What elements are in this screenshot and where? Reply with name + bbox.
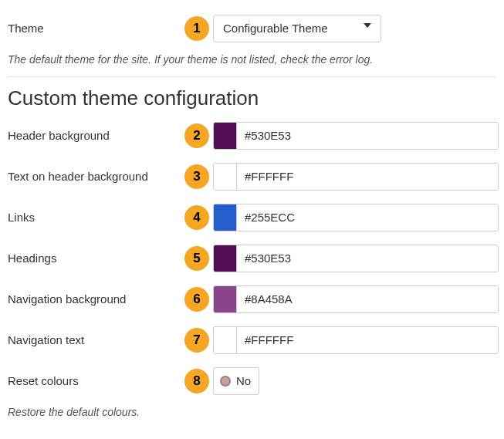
color-swatch[interactable] xyxy=(214,204,237,231)
theme-label: Theme xyxy=(8,22,181,35)
color-label: Navigation text xyxy=(8,333,181,346)
color-input-group xyxy=(213,326,499,354)
marker-7: 7 xyxy=(184,328,209,353)
color-input-group xyxy=(213,245,499,272)
radio-icon xyxy=(220,376,231,387)
theme-select[interactable]: Configurable Theme xyxy=(213,15,381,42)
color-swatch[interactable] xyxy=(214,245,237,272)
reset-row: Reset colours 8 No xyxy=(8,360,496,401)
color-label: Links xyxy=(8,211,181,224)
color-field-row: Navigation background6 xyxy=(8,279,496,319)
color-field-row: Navigation text7 xyxy=(8,319,496,360)
color-input-group xyxy=(213,163,499,191)
color-label: Header background xyxy=(8,129,181,142)
color-text-input[interactable] xyxy=(237,123,498,149)
color-swatch[interactable] xyxy=(214,286,237,312)
reset-label: Reset colours xyxy=(8,374,181,387)
marker-4: 4 xyxy=(184,205,209,230)
color-field-row: Text on header background3 xyxy=(8,156,496,197)
marker-1: 1 xyxy=(184,16,209,41)
color-text-input[interactable] xyxy=(237,327,498,353)
theme-helper-text: The default theme for the site. If your … xyxy=(8,53,496,66)
color-input-group xyxy=(213,122,499,150)
color-text-input[interactable] xyxy=(237,286,498,312)
marker-8: 8 xyxy=(184,369,209,393)
chevron-down-icon xyxy=(364,23,371,28)
marker-5: 5 xyxy=(184,246,209,271)
color-label: Headings xyxy=(8,252,181,265)
color-input-group xyxy=(213,204,499,231)
color-swatch[interactable] xyxy=(214,123,237,149)
marker-3: 3 xyxy=(184,164,209,189)
reset-helper-text: Restore the default colours. xyxy=(8,406,496,418)
color-field-row: Links4 xyxy=(8,197,496,238)
theme-row: Theme 1 Configurable Theme xyxy=(8,8,496,49)
color-swatch[interactable] xyxy=(214,327,237,353)
color-label: Text on header background xyxy=(8,170,181,183)
reset-option-no[interactable]: No xyxy=(213,367,259,395)
color-field-row: Headings5 xyxy=(8,238,496,279)
color-label: Navigation background xyxy=(8,292,181,306)
section-title: Custom theme configuration xyxy=(8,86,496,110)
color-text-input[interactable] xyxy=(237,245,498,272)
color-swatch[interactable] xyxy=(214,164,237,190)
color-field-row: Header background2 xyxy=(8,115,496,156)
color-input-group xyxy=(213,285,499,313)
marker-6: 6 xyxy=(184,287,209,312)
color-text-input[interactable] xyxy=(237,164,498,190)
marker-2: 2 xyxy=(184,123,209,148)
reset-option-label: No xyxy=(236,374,251,387)
color-text-input[interactable] xyxy=(237,204,498,231)
divider xyxy=(8,76,496,77)
theme-select-value: Configurable Theme xyxy=(223,22,328,35)
